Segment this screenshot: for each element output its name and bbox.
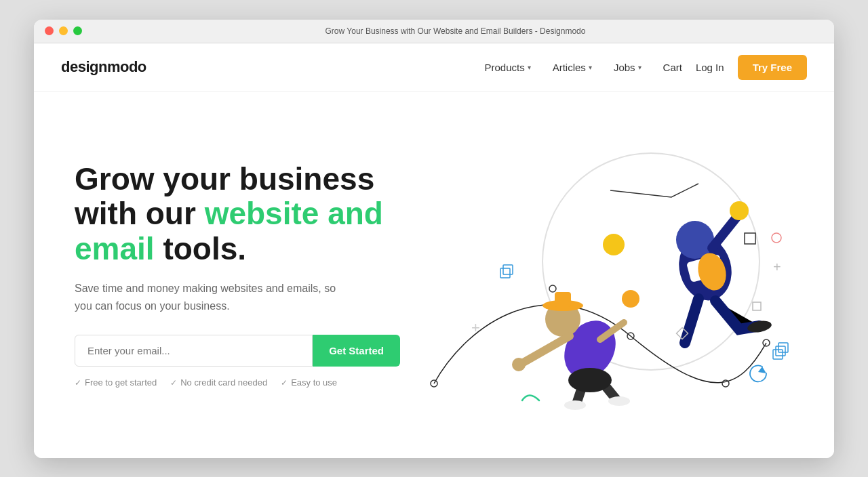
trust-badge-easy: ✓ Easy to use	[281, 377, 337, 388]
hero-section: Grow your business with our website and …	[34, 92, 834, 458]
email-form: Get Started	[75, 335, 400, 367]
close-button[interactable]	[45, 26, 54, 35]
trust-badge-free: ✓ Free to get started	[75, 377, 157, 388]
svg-marker-30	[758, 367, 766, 373]
logo[interactable]: designmodo	[61, 58, 146, 76]
nav-products[interactable]: Products ▾	[484, 62, 530, 73]
svg-rect-22	[745, 233, 755, 244]
headline-line2: with our	[75, 196, 205, 231]
svg-point-7	[622, 290, 639, 308]
nav-articles-label: Articles	[553, 62, 586, 73]
browser-titlebar: Grow Your Business with Our Website and …	[34, 20, 834, 43]
svg-point-4	[722, 380, 729, 387]
check-icon: ✓	[170, 378, 177, 388]
navbar: designmodo Products ▾ Articles ▾ Jobs ▾ …	[34, 43, 834, 92]
svg-point-19	[564, 400, 586, 410]
illustration-svg: + +	[400, 133, 807, 417]
nav-actions: Cart Log In Try Free	[663, 55, 807, 80]
browser-title: Grow Your Business with Our Website and …	[87, 26, 823, 36]
minimize-button[interactable]	[59, 26, 68, 35]
svg-text:+: +	[471, 319, 480, 336]
maximize-button[interactable]	[73, 26, 82, 35]
get-started-button[interactable]: Get Started	[313, 335, 400, 367]
hero-subtext: Save time and money making websites and …	[75, 280, 346, 314]
svg-point-6	[603, 234, 625, 255]
trust-badges: ✓ Free to get started ✓ No credit card n…	[75, 377, 400, 388]
svg-rect-23	[753, 302, 761, 310]
nav-jobs[interactable]: Jobs ▾	[614, 62, 642, 73]
trust-badge-no-card: ✓ No credit card needed	[170, 377, 267, 388]
svg-rect-29	[503, 265, 513, 274]
check-icon: ✓	[281, 378, 288, 388]
svg-rect-17	[555, 292, 571, 307]
login-link[interactable]: Log In	[696, 62, 724, 73]
svg-point-10	[730, 201, 749, 220]
nav-jobs-label: Jobs	[614, 62, 635, 73]
hero-illustration: + +	[400, 133, 807, 417]
chevron-down-icon: ▾	[528, 64, 531, 71]
svg-text:+: +	[773, 260, 781, 274]
svg-rect-28	[500, 268, 510, 278]
nav-products-label: Products	[484, 62, 524, 73]
svg-point-21	[568, 368, 612, 392]
svg-rect-32	[776, 346, 785, 356]
trust-label-no-card: No credit card needed	[180, 377, 267, 388]
svg-point-27	[772, 233, 781, 243]
check-icon: ✓	[75, 378, 81, 388]
svg-point-2	[549, 285, 556, 292]
hero-content: Grow your business with our website and …	[75, 162, 400, 388]
hero-headline: Grow your business with our website and …	[75, 162, 400, 267]
try-free-button[interactable]: Try Free	[738, 55, 807, 80]
chevron-down-icon: ▾	[638, 64, 642, 71]
nav-links: Products ▾ Articles ▾ Jobs ▾	[484, 62, 641, 73]
trust-label-easy: Easy to use	[291, 377, 337, 388]
nav-articles[interactable]: Articles ▾	[553, 62, 592, 73]
svg-rect-33	[778, 343, 788, 352]
trust-label-free: Free to get started	[85, 377, 157, 388]
headline-line1: Grow your business	[75, 161, 374, 196]
cart-link[interactable]: Cart	[663, 62, 682, 73]
email-input[interactable]	[75, 335, 313, 367]
headline-line3: tools.	[155, 231, 246, 266]
svg-rect-31	[773, 350, 783, 359]
browser-window: Grow Your Business with Our Website and …	[34, 20, 834, 458]
svg-point-20	[608, 396, 630, 406]
svg-point-18	[512, 358, 526, 371]
chevron-down-icon: ▾	[589, 64, 592, 71]
